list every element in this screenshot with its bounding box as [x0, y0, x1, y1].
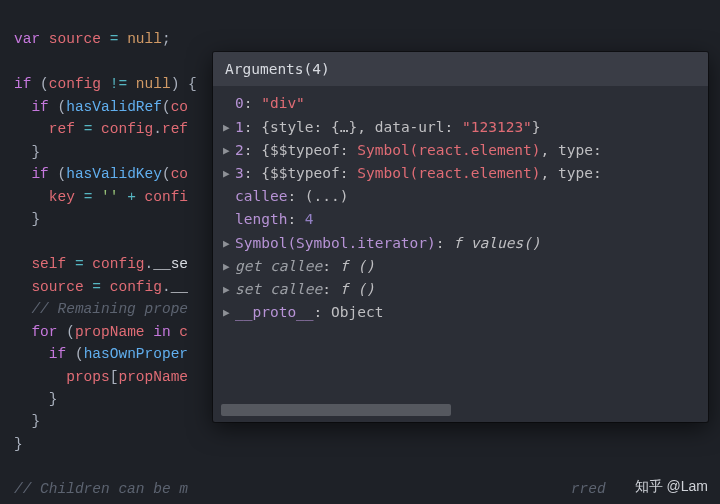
- code-line: props[propName: [14, 369, 188, 385]
- expand-arrow-icon[interactable]: ▶: [223, 281, 235, 299]
- code-line: if (hasValidRef(co: [14, 99, 188, 115]
- expand-arrow-icon[interactable]: ▶: [223, 142, 235, 160]
- tooltip-row[interactable]: length: 4: [223, 208, 698, 231]
- tooltip-row[interactable]: ▶set callee: f (): [223, 278, 698, 301]
- tooltip-row[interactable]: ▶1: {style: {…}, data-url: "123123"}: [223, 116, 698, 139]
- tooltip-scrollbar[interactable]: [221, 404, 700, 416]
- tooltip-row[interactable]: ▶2: {$$typeof: Symbol(react.element), ty…: [223, 139, 698, 162]
- code-line: }: [14, 211, 40, 227]
- code-line: }: [14, 436, 23, 452]
- code-line: }: [14, 391, 58, 407]
- tooltip-row[interactable]: callee: (...): [223, 185, 698, 208]
- tooltip-row[interactable]: ▶get callee: f (): [223, 255, 698, 278]
- watermark: 知乎 @Lam: [635, 476, 708, 498]
- code-line: if (config != null) {: [14, 76, 197, 92]
- code-line: if (hasValidKey(co: [14, 166, 188, 182]
- code-line: }: [14, 144, 40, 160]
- code-line: var source = null;: [14, 31, 171, 47]
- tooltip-scrollbar-thumb[interactable]: [221, 404, 451, 416]
- code-line: }: [14, 413, 40, 429]
- expand-arrow-icon[interactable]: ▶: [223, 258, 235, 276]
- code-line: self = config.__se: [14, 256, 188, 272]
- code-line: // Remaining prope: [14, 301, 188, 317]
- tooltip-body: 0: "div"▶1: {style: {…}, data-url: "1231…: [213, 86, 708, 330]
- expand-arrow-icon[interactable]: ▶: [223, 235, 235, 253]
- code-line: ref = config.ref: [14, 121, 188, 137]
- debug-tooltip[interactable]: Arguments(4) 0: "div"▶1: {style: {…}, da…: [213, 52, 708, 422]
- expand-arrow-icon[interactable]: ▶: [223, 119, 235, 137]
- tooltip-header: Arguments(4): [213, 52, 708, 86]
- tooltip-row[interactable]: ▶Symbol(Symbol.iterator): f values(): [223, 232, 698, 255]
- code-line: for (propName in c: [14, 324, 188, 340]
- code-line: // Children can be m rred: [14, 481, 606, 497]
- tooltip-row[interactable]: 0: "div": [223, 92, 698, 115]
- expand-arrow-icon[interactable]: ▶: [223, 165, 235, 183]
- tooltip-row[interactable]: ▶__proto__: Object: [223, 301, 698, 324]
- tooltip-row[interactable]: ▶3: {$$typeof: Symbol(react.element), ty…: [223, 162, 698, 185]
- code-line: key = '' + confi: [14, 189, 188, 205]
- expand-arrow-icon[interactable]: ▶: [223, 304, 235, 322]
